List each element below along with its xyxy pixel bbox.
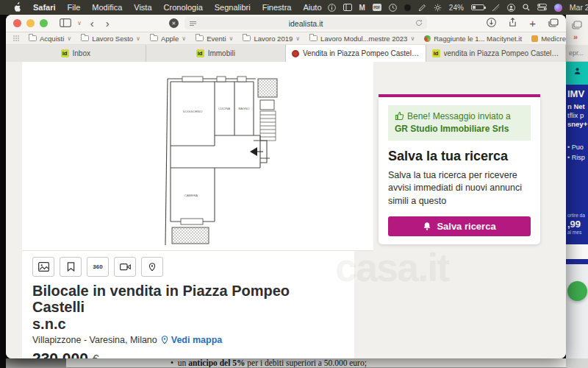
folder-icon xyxy=(81,35,89,41)
address-bar[interactable]: idealista.it xyxy=(184,17,427,29)
bookmark-icon xyxy=(67,262,75,272)
ad-brand-fragment: IMV xyxy=(567,88,584,99)
save-search-button[interactable]: Salva ricerca xyxy=(388,216,531,236)
menu-item-cronologia[interactable]: Cronologia xyxy=(158,3,209,12)
malwarebytes-icon[interactable]: M xyxy=(359,4,365,12)
view-360-button[interactable]: 360 xyxy=(87,257,109,277)
bookmark-medicreporter[interactable]: Medicreporter xyxy=(531,35,566,43)
back-button[interactable]: ‹ xyxy=(87,18,97,29)
alert-agency-name: GR Studio Immobiliare Srls xyxy=(395,124,509,134)
save-search-body: Salva la tua ricerca per ricevere avvisi… xyxy=(388,169,531,208)
menu-item-vista[interactable]: Vista xyxy=(128,3,157,12)
360-icon: 360 xyxy=(93,263,102,270)
folder-icon xyxy=(29,35,37,41)
macos-menubar: Safari File Modifica Vista Cronologia Se… xyxy=(0,0,588,15)
menu-item-file[interactable]: File xyxy=(62,3,87,12)
room-label-bath: BAGNO xyxy=(238,107,250,110)
idealista-favicon: id xyxy=(432,49,440,57)
bookmarks-grid-icon[interactable] xyxy=(13,35,19,43)
tab-inbox[interactable]: idInbox xyxy=(6,45,146,62)
display-brightness-icon[interactable] xyxy=(434,4,442,12)
tab-immobili[interactable]: idImmobili xyxy=(146,45,287,62)
room-label-bedroom: CAMERA xyxy=(184,194,198,197)
bookmark-folder-lavoro-2019[interactable]: Lavoro 2019∨ xyxy=(243,35,300,43)
extension-icon[interactable]: ✕ xyxy=(169,18,179,28)
siri-icon[interactable] xyxy=(554,4,562,12)
floorplan-image[interactable]: SOGGIORNO CUCINA BAGNO CAMERA xyxy=(22,62,373,251)
menu-item-finestra[interactable]: Finestra xyxy=(257,3,298,12)
menu-item-safari[interactable]: Safari xyxy=(27,3,62,12)
idealista-favicon: id xyxy=(61,49,69,57)
photo-icon xyxy=(38,262,49,272)
photos-button[interactable] xyxy=(32,257,54,277)
video-button[interactable] xyxy=(114,257,136,277)
safari-toolbar: ∨ ‹ › ✕ idealista.it + xyxy=(6,15,566,32)
info-icon[interactable] xyxy=(328,4,336,12)
tab-bar: idInbox idImmobili Vendita in Piazza Pom… xyxy=(6,45,566,62)
bookmark-macitynet[interactable]: Raggiunte le 1... Macitynet.it xyxy=(424,35,522,43)
ad-price: ,99 xyxy=(567,219,581,230)
battery-icon[interactable] xyxy=(471,4,484,10)
bookmark-folder-acquisti[interactable]: Acquisti∨ xyxy=(29,35,71,43)
macitynet-favicon xyxy=(424,35,431,42)
clock-app-icon[interactable] xyxy=(389,4,397,12)
listing-location: Villapizzone - Varesina, Milano xyxy=(32,335,157,345)
user-icon[interactable] xyxy=(573,67,581,75)
reload-icon[interactable] xyxy=(415,19,423,28)
alert-text: Bene! Messaggio inviato a xyxy=(407,111,511,121)
menu-item-modifica[interactable]: Modifica xyxy=(86,3,128,12)
tab-vendita-active[interactable]: Vendita in Piazza Pompeo Castelli a Mila… xyxy=(286,45,426,62)
tab-vendita-idealista[interactable]: idvendita in Piazza Pompeo Castelli s.n.… xyxy=(426,45,567,62)
chat-bubble-button[interactable] xyxy=(567,281,587,301)
keyboard-brightness-icon[interactable] xyxy=(492,4,500,12)
pencil-icon[interactable] xyxy=(418,4,426,12)
media-buttons-row: 360 xyxy=(32,257,344,277)
sidebar-icon[interactable] xyxy=(60,17,71,30)
sidebar-chevron-icon[interactable]: ∨ xyxy=(77,20,82,26)
dark-circle-icon[interactable] xyxy=(404,4,411,11)
listing-section: 360 Bilocale in vendita in Piazza Pompeo… xyxy=(22,251,354,358)
zoom-window-button[interactable] xyxy=(40,19,48,27)
menu-item-segnalibri[interactable]: Segnalibri xyxy=(209,3,257,12)
desktop: Safari File Modifica Vista Cronologia Se… xyxy=(0,0,588,368)
menubar-clock[interactable]: Mar 28 ott 17:05 xyxy=(570,3,588,12)
room-label-kitchen: CUCINA xyxy=(218,107,230,110)
map-button[interactable] xyxy=(141,257,163,277)
tab-overview-icon[interactable] xyxy=(572,19,582,32)
overflow-chevron-icon[interactable]: » xyxy=(573,32,578,41)
background-blue-bar xyxy=(566,259,588,264)
control-center-icon[interactable] xyxy=(537,4,547,10)
ad-text-line: tflix p xyxy=(567,111,584,119)
folder-icon xyxy=(150,35,158,41)
bookmark-folder-lavoro-modulistica[interactable]: Lavoro Modul...mestre 2023∨ xyxy=(309,35,415,43)
pdf-icon[interactable]: PDF xyxy=(373,4,381,11)
safari-window: ∨ ‹ › ✕ idealista.it + Acquisti∨ Lavoro … xyxy=(6,15,566,358)
room-label-living: SOGGIORNO xyxy=(183,110,203,113)
spotlight-search-icon[interactable] xyxy=(523,4,530,11)
reader-icon[interactable] xyxy=(190,20,196,29)
close-window-button[interactable] xyxy=(13,19,21,27)
forward-button[interactable]: › xyxy=(103,18,112,29)
save-search-card: Bene! Messaggio inviato a GR Studio Immo… xyxy=(379,97,540,244)
folder-icon xyxy=(243,35,251,41)
bookmark-folder-lavoro-sesto[interactable]: Lavoro Sesto∨ xyxy=(81,35,140,43)
bookmark-folder-eventi[interactable]: Eventi∨ xyxy=(196,35,233,43)
user-account-icon[interactable] xyxy=(507,4,515,12)
background-site-header xyxy=(566,62,588,85)
apple-menu-icon[interactable] xyxy=(7,2,27,13)
new-tab-button[interactable]: + xyxy=(529,18,536,29)
floorplan-button[interactable] xyxy=(60,257,82,277)
view-map-link[interactable]: Vedi mappa xyxy=(161,335,222,345)
minimize-window-button[interactable] xyxy=(26,19,35,27)
map-pin-icon xyxy=(148,263,156,272)
share-icon[interactable] xyxy=(509,17,517,30)
listing-price: 230.000 € xyxy=(32,350,344,358)
downloads-icon[interactable] xyxy=(487,17,496,30)
tab-overview-icon[interactable] xyxy=(548,17,559,30)
thumbs-up-icon xyxy=(395,111,404,121)
menu-item-aiuto[interactable]: Aiuto xyxy=(297,3,327,12)
toolbar-right-icons: + xyxy=(487,17,559,30)
bookmark-folder-apple[interactable]: Apple∨ xyxy=(150,35,186,43)
window-manager-icon[interactable] xyxy=(343,4,352,11)
background-window-tab[interactable]: epr... xyxy=(566,45,588,62)
